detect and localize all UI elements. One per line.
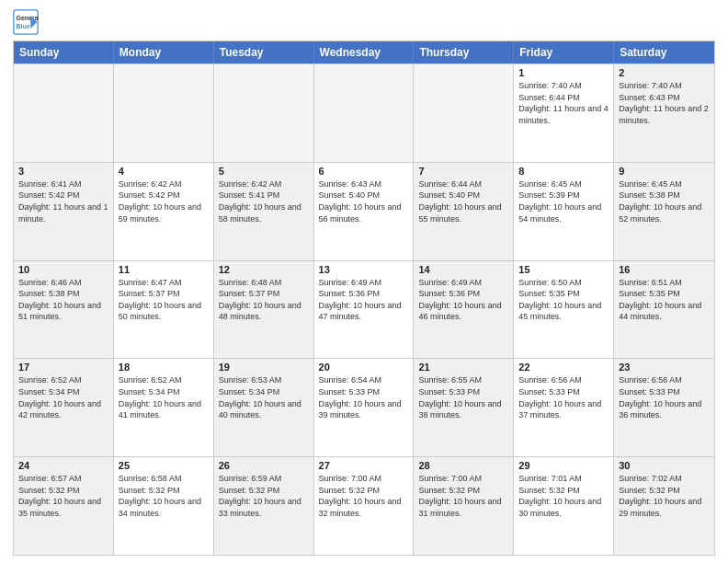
cal-cell-7: 7Sunrise: 6:44 AM Sunset: 5:40 PM Daylig… [414,163,514,260]
cal-cell-27: 27Sunrise: 7:00 AM Sunset: 5:32 PM Dayli… [314,457,415,555]
weekday-header-tuesday: Tuesday [214,41,314,63]
calendar-row-3: 17Sunrise: 6:52 AM Sunset: 5:34 PM Dayli… [14,358,714,456]
cal-cell-28: 28Sunrise: 7:00 AM Sunset: 5:32 PM Dayli… [414,457,514,555]
cal-cell-4: 4Sunrise: 6:42 AM Sunset: 5:42 PM Daylig… [114,163,214,260]
svg-text:Blue: Blue [17,23,30,29]
weekday-header-saturday: Saturday [614,41,714,63]
day-info: Sunrise: 7:40 AM Sunset: 6:44 PM Dayligh… [518,80,609,126]
day-info: Sunrise: 6:56 AM Sunset: 5:33 PM Dayligh… [619,374,710,420]
day-info: Sunrise: 6:51 AM Sunset: 5:35 PM Dayligh… [619,277,710,323]
calendar-body: 1Sunrise: 7:40 AM Sunset: 6:44 PM Daylig… [14,63,714,555]
cal-cell-empty-0-3 [314,64,415,162]
day-info: Sunrise: 6:57 AM Sunset: 5:32 PM Dayligh… [18,473,108,519]
day-number: 26 [219,460,309,471]
cal-cell-10: 10Sunrise: 6:46 AM Sunset: 5:38 PM Dayli… [14,261,114,359]
day-info: Sunrise: 6:52 AM Sunset: 5:34 PM Dayligh… [18,374,108,420]
day-number: 23 [619,362,710,373]
calendar-row-4: 24Sunrise: 6:57 AM Sunset: 5:32 PM Dayli… [14,456,714,555]
cal-cell-15: 15Sunrise: 6:50 AM Sunset: 5:35 PM Dayli… [514,261,614,359]
day-info: Sunrise: 7:00 AM Sunset: 5:32 PM Dayligh… [418,473,508,519]
day-number: 16 [619,264,710,275]
day-number: 6 [319,166,409,177]
day-number: 5 [219,166,309,177]
weekday-header-wednesday: Wednesday [314,41,415,63]
cal-cell-17: 17Sunrise: 6:52 AM Sunset: 5:34 PM Dayli… [14,359,114,456]
cal-cell-23: 23Sunrise: 6:56 AM Sunset: 5:33 PM Dayli… [614,359,714,456]
cal-cell-29: 29Sunrise: 7:01 AM Sunset: 5:32 PM Dayli… [514,457,614,555]
day-number: 25 [119,460,209,471]
weekday-header-thursday: Thursday [414,41,514,63]
day-number: 20 [319,362,409,373]
cal-cell-12: 12Sunrise: 6:48 AM Sunset: 5:37 PM Dayli… [214,261,314,359]
calendar: SundayMondayTuesdayWednesdayThursdayFrid… [13,40,715,556]
cal-cell-8: 8Sunrise: 6:45 AM Sunset: 5:39 PM Daylig… [514,163,614,260]
day-info: Sunrise: 6:54 AM Sunset: 5:33 PM Dayligh… [319,374,409,420]
day-number: 18 [119,362,209,373]
cal-cell-30: 30Sunrise: 7:02 AM Sunset: 5:32 PM Dayli… [614,457,714,555]
page: General Blue SundayMondayTuesdayWednesda… [0,0,728,563]
day-info: Sunrise: 6:50 AM Sunset: 5:35 PM Dayligh… [518,277,609,323]
day-info: Sunrise: 7:02 AM Sunset: 5:32 PM Dayligh… [619,473,710,519]
cal-cell-empty-0-0 [14,64,114,162]
day-number: 4 [119,166,209,177]
cal-cell-26: 26Sunrise: 6:59 AM Sunset: 5:32 PM Dayli… [214,457,314,555]
day-number: 1 [518,67,609,78]
day-info: Sunrise: 6:58 AM Sunset: 5:32 PM Dayligh… [119,473,209,519]
day-info: Sunrise: 6:45 AM Sunset: 5:38 PM Dayligh… [619,178,710,224]
logo-icon: General Blue [13,9,39,35]
day-number: 29 [518,460,609,471]
day-number: 9 [619,166,710,177]
day-info: Sunrise: 6:42 AM Sunset: 5:42 PM Dayligh… [119,178,209,224]
day-info: Sunrise: 6:42 AM Sunset: 5:41 PM Dayligh… [219,178,309,224]
cal-cell-6: 6Sunrise: 6:43 AM Sunset: 5:40 PM Daylig… [314,163,415,260]
cal-cell-2: 2Sunrise: 7:40 AM Sunset: 6:43 PM Daylig… [614,64,714,162]
day-info: Sunrise: 6:47 AM Sunset: 5:37 PM Dayligh… [119,277,209,323]
day-info: Sunrise: 7:40 AM Sunset: 6:43 PM Dayligh… [619,80,710,126]
cal-cell-empty-0-1 [114,64,214,162]
day-number: 24 [18,460,108,471]
day-number: 13 [319,264,409,275]
weekday-header-sunday: Sunday [14,41,114,63]
cal-cell-5: 5Sunrise: 6:42 AM Sunset: 5:41 PM Daylig… [214,163,314,260]
day-info: Sunrise: 6:59 AM Sunset: 5:32 PM Dayligh… [219,473,309,519]
weekday-header-monday: Monday [114,41,214,63]
day-info: Sunrise: 6:45 AM Sunset: 5:39 PM Dayligh… [518,178,609,224]
day-info: Sunrise: 6:44 AM Sunset: 5:40 PM Dayligh… [418,178,508,224]
day-number: 3 [18,166,108,177]
cal-cell-19: 19Sunrise: 6:53 AM Sunset: 5:34 PM Dayli… [214,359,314,456]
cal-cell-13: 13Sunrise: 6:49 AM Sunset: 5:36 PM Dayli… [314,261,415,359]
logo: General Blue [13,9,42,35]
cal-cell-3: 3Sunrise: 6:41 AM Sunset: 5:42 PM Daylig… [14,163,114,260]
cal-cell-18: 18Sunrise: 6:52 AM Sunset: 5:34 PM Dayli… [114,359,214,456]
cal-cell-25: 25Sunrise: 6:58 AM Sunset: 5:32 PM Dayli… [114,457,214,555]
cal-cell-16: 16Sunrise: 6:51 AM Sunset: 5:35 PM Dayli… [614,261,714,359]
calendar-row-0: 1Sunrise: 7:40 AM Sunset: 6:44 PM Daylig… [14,63,714,162]
day-info: Sunrise: 6:48 AM Sunset: 5:37 PM Dayligh… [219,277,309,323]
cal-cell-empty-0-2 [214,64,314,162]
day-info: Sunrise: 7:00 AM Sunset: 5:32 PM Dayligh… [319,473,409,519]
cal-cell-14: 14Sunrise: 6:49 AM Sunset: 5:36 PM Dayli… [414,261,514,359]
weekday-header-friday: Friday [514,41,614,63]
day-info: Sunrise: 6:55 AM Sunset: 5:33 PM Dayligh… [418,374,508,420]
day-info: Sunrise: 6:49 AM Sunset: 5:36 PM Dayligh… [319,277,409,323]
day-number: 14 [418,264,508,275]
day-number: 22 [518,362,609,373]
day-number: 21 [418,362,508,373]
day-number: 15 [518,264,609,275]
day-info: Sunrise: 6:56 AM Sunset: 5:33 PM Dayligh… [518,374,609,420]
day-number: 12 [219,264,309,275]
day-number: 30 [619,460,710,471]
day-info: Sunrise: 6:49 AM Sunset: 5:36 PM Dayligh… [418,277,508,323]
header: General Blue [13,9,715,35]
calendar-header: SundayMondayTuesdayWednesdayThursdayFrid… [14,41,714,63]
cal-cell-9: 9Sunrise: 6:45 AM Sunset: 5:38 PM Daylig… [614,163,714,260]
day-number: 17 [18,362,108,373]
calendar-row-1: 3Sunrise: 6:41 AM Sunset: 5:42 PM Daylig… [14,162,714,260]
day-info: Sunrise: 6:43 AM Sunset: 5:40 PM Dayligh… [319,178,409,224]
day-info: Sunrise: 6:46 AM Sunset: 5:38 PM Dayligh… [18,277,108,323]
day-number: 2 [619,67,710,78]
day-number: 28 [418,460,508,471]
cal-cell-20: 20Sunrise: 6:54 AM Sunset: 5:33 PM Dayli… [314,359,415,456]
cal-cell-empty-0-4 [414,64,514,162]
day-number: 7 [418,166,508,177]
